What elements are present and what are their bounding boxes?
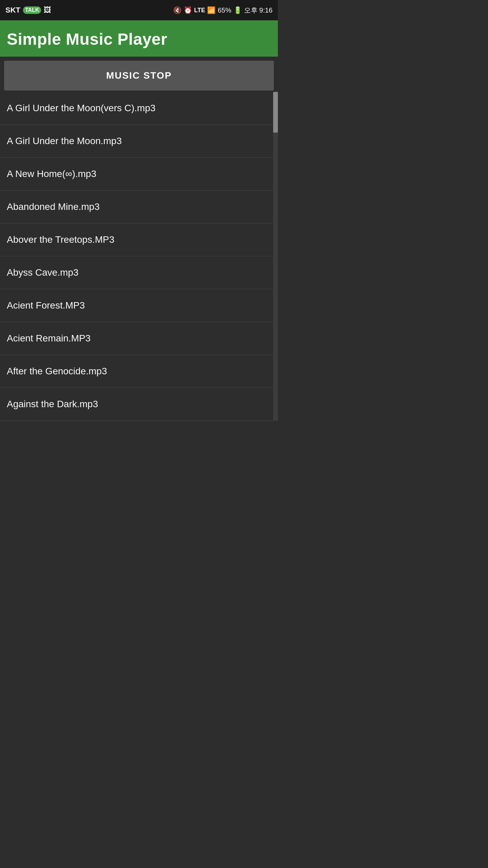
list-item[interactable]: Abyss Cave.mp3 bbox=[0, 256, 278, 289]
list-item[interactable]: A New Home(∞).mp3 bbox=[0, 158, 278, 191]
alarm-icon: ⏰ bbox=[184, 6, 192, 14]
signal-icon: 📶 bbox=[207, 6, 216, 14]
status-bar: SKT TALK 🖼 🔇 ⏰ LTE 📶 65% 🔋 오후 9:16 bbox=[0, 0, 278, 20]
status-left: SKT TALK 🖼 bbox=[5, 6, 51, 15]
list-item[interactable]: A Girl Under the Moon(vers C).mp3 bbox=[0, 92, 278, 125]
battery-icon: 🔋 bbox=[233, 6, 242, 14]
song-list: A Girl Under the Moon(vers C).mp3A Girl … bbox=[0, 92, 278, 421]
image-icon: 🖼 bbox=[44, 6, 51, 15]
time-display: 오후 9:16 bbox=[244, 6, 272, 15]
scrollbar-thumb[interactable] bbox=[273, 92, 278, 133]
lte-label: LTE bbox=[194, 7, 205, 14]
list-item[interactable]: Abover the Treetops.MP3 bbox=[0, 223, 278, 256]
list-item[interactable]: After the Genocide.mp3 bbox=[0, 355, 278, 388]
talk-badge: TALK bbox=[23, 6, 41, 14]
status-right: 🔇 ⏰ LTE 📶 65% 🔋 오후 9:16 bbox=[173, 6, 272, 15]
battery-level: 65% bbox=[218, 6, 231, 14]
song-list-container: A Girl Under the Moon(vers C).mp3A Girl … bbox=[0, 92, 278, 421]
music-stop-button[interactable]: MUSIC STOP bbox=[4, 61, 274, 91]
list-item[interactable]: Abandoned Mine.mp3 bbox=[0, 191, 278, 223]
list-item[interactable]: Against the Dark.mp3 bbox=[0, 388, 278, 421]
app-title: Simple Music Player bbox=[7, 30, 271, 48]
mute-icon: 🔇 bbox=[173, 6, 182, 14]
scrollbar[interactable] bbox=[273, 92, 278, 421]
list-item[interactable]: A Girl Under the Moon.mp3 bbox=[0, 125, 278, 158]
carrier-label: SKT bbox=[5, 6, 20, 15]
list-item[interactable]: Acient Forest.MP3 bbox=[0, 289, 278, 322]
app-header: Simple Music Player bbox=[0, 20, 278, 57]
list-item[interactable]: Acient Remain.MP3 bbox=[0, 322, 278, 355]
